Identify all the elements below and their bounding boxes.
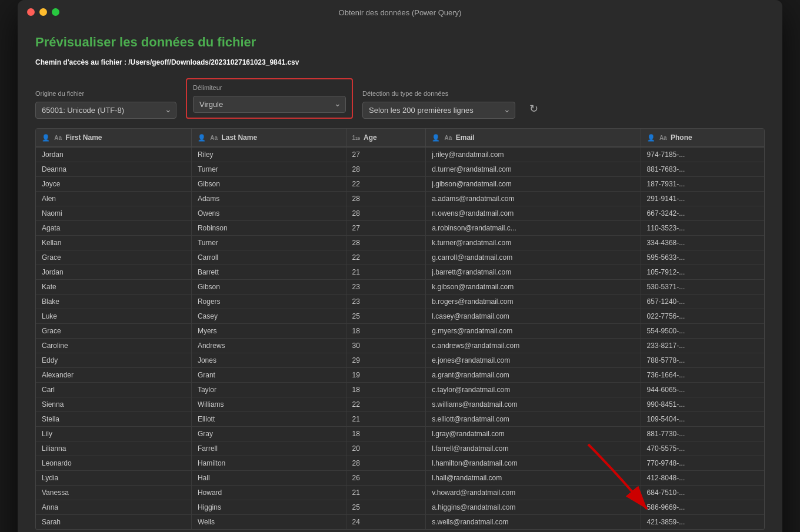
table-cell: a.robinson@randatmail.c... — [426, 221, 641, 236]
table-cell: 109-5404-... — [641, 412, 764, 427]
table-cell: Riley — [191, 147, 346, 162]
table-cell: s.williams@randatmail.com — [426, 397, 641, 412]
table-cell: 21 — [346, 486, 426, 500]
table-cell: j.barrett@randatmail.com — [426, 265, 641, 280]
table-cell: 22 — [346, 250, 426, 265]
table-cell: Farrell — [191, 441, 346, 456]
refresh-button[interactable]: ↻ — [525, 99, 543, 119]
controls-row: Origine du fichier 65001: Unicode (UTF-8… — [35, 78, 765, 119]
table-cell: e.jones@randatmail.com — [426, 353, 641, 368]
table-row: LukeCasey25l.casey@randatmail.com022-775… — [36, 309, 764, 324]
table-row: LiliannaFarrell20l.farrell@randatmail.co… — [36, 441, 764, 456]
table-row: KellanTurner28k.turner@randatmail.com334… — [36, 236, 764, 250]
table-cell: n.owens@randatmail.com — [426, 206, 641, 221]
table-cell: 22 — [346, 177, 426, 192]
table-cell: Leonardo — [36, 456, 191, 471]
table-cell: Deanna — [36, 162, 191, 177]
title-bar: Obtenir des données (Power Query) — [18, 0, 782, 23]
table-cell: Alexander — [36, 368, 191, 383]
table-cell: Rogers — [191, 295, 346, 309]
table-cell: 24 — [346, 515, 426, 530]
table-cell: Hamilton — [191, 456, 346, 471]
table-cell: 22 — [346, 397, 426, 412]
origin-select-wrapper: 65001: Unicode (UTF-8) 1252: Western Eur… — [35, 102, 176, 119]
table-cell: 18 — [346, 383, 426, 397]
person-icon: 👤 — [42, 134, 50, 142]
table-cell: 18 — [346, 324, 426, 339]
table-cell: 18 — [346, 427, 426, 441]
origin-select[interactable]: 65001: Unicode (UTF-8) 1252: Western Eur… — [35, 102, 176, 119]
detection-label: Détection du type de données — [362, 90, 515, 97]
table-cell: d.turner@randatmail.com — [426, 162, 641, 177]
table-cell: 990-8451-... — [641, 397, 764, 412]
table-cell: Anna — [36, 500, 191, 515]
table-cell: 470-5575-... — [641, 441, 764, 456]
table-scroll[interactable]: 👤 Aa First Name 👤 Aa Last Name 1₂₃ — [36, 129, 764, 530]
table-cell: l.gray@randatmail.com — [426, 427, 641, 441]
minimize-button[interactable] — [39, 8, 47, 16]
table-cell: Higgins — [191, 500, 346, 515]
table-row: AlexanderGrant19a.grant@randatmail.com73… — [36, 368, 764, 383]
table-cell: 022-7756-... — [641, 309, 764, 324]
col-header-phone: 👤 Aa Phone — [641, 129, 764, 147]
type-icon-lastname: Aa — [210, 135, 218, 141]
table-row: JordanBarrett21j.barrett@randatmail.com1… — [36, 265, 764, 280]
table-row: DeannaTurner28d.turner@randatmail.com881… — [36, 162, 764, 177]
table-cell: j.gibson@randatmail.com — [426, 177, 641, 192]
table-cell: Jordan — [36, 265, 191, 280]
table-row: StellaElliott21s.elliott@randatmail.com1… — [36, 412, 764, 427]
table-cell: a.grant@randatmail.com — [426, 368, 641, 383]
table-row: BlakeRogers23b.rogers@randatmail.com657-… — [36, 295, 764, 309]
detection-select[interactable]: Selon les 200 premières lignes Selon l'e… — [362, 102, 515, 119]
person-icon-3: 👤 — [432, 134, 440, 142]
table-cell: Gibson — [191, 280, 346, 295]
person-icon-4: 👤 — [647, 134, 655, 142]
table-cell: a.higgins@randatmail.com — [426, 500, 641, 515]
table-cell: Jordan — [36, 147, 191, 162]
table-cell: 881-7683-... — [641, 162, 764, 177]
table-cell: Myers — [191, 324, 346, 339]
table-cell: Robinson — [191, 221, 346, 236]
close-button[interactable] — [27, 8, 35, 16]
col-header-age: 1₂₃ Age — [346, 129, 426, 147]
table-cell: 233-8217-... — [641, 339, 764, 353]
delimiter-select[interactable]: Virgule Tabulation Point-virgule Espace — [193, 96, 346, 113]
table-cell: Eddy — [36, 353, 191, 368]
table-header-row: 👤 Aa First Name 👤 Aa Last Name 1₂₃ — [36, 129, 764, 147]
table-cell: 554-9500-... — [641, 324, 764, 339]
table-cell: 28 — [346, 456, 426, 471]
origin-label: Origine du fichier — [35, 90, 176, 97]
table-cell: 105-7912-... — [641, 265, 764, 280]
table-row: CarlTaylor18c.taylor@randatmail.com944-6… — [36, 383, 764, 397]
table-row: KateGibson23k.gibson@randatmail.com530-5… — [36, 280, 764, 295]
table-row: GraceMyers18g.myers@randatmail.com554-95… — [36, 324, 764, 339]
type-icon-age: 1₂₃ — [352, 135, 361, 141]
col-header-lastname: 👤 Aa Last Name — [191, 129, 346, 147]
table-cell: 23 — [346, 295, 426, 309]
table-row: JoyceGibson22j.gibson@randatmail.com187-… — [36, 177, 764, 192]
file-path-value: /Users/geoff/Downloads/20231027161023_98… — [128, 58, 299, 66]
data-table-container: 👤 Aa First Name 👤 Aa Last Name 1₂₃ — [35, 128, 765, 530]
table-cell: Kellan — [36, 236, 191, 250]
table-cell: Stella — [36, 412, 191, 427]
type-icon-firstname: Aa — [54, 135, 62, 141]
table-cell: Grant — [191, 368, 346, 383]
maximize-button[interactable] — [52, 8, 59, 16]
table-cell: 421-3859-... — [641, 515, 764, 530]
table-cell: 110-3523-... — [641, 221, 764, 236]
table-row: VanessaHoward21v.howard@randatmail.com68… — [36, 486, 764, 500]
table-row: SarahWells24s.wells@randatmail.com421-38… — [36, 515, 764, 530]
table-cell: Turner — [191, 236, 346, 250]
table-cell: Grace — [36, 250, 191, 265]
table-cell: Agata — [36, 221, 191, 236]
table-row: AlenAdams28a.adams@randatmail.com291-914… — [36, 192, 764, 206]
delimiter-control: Délimiteur Virgule Tabulation Point-virg… — [186, 78, 353, 119]
table-cell: 27 — [346, 221, 426, 236]
data-table: 👤 Aa First Name 👤 Aa Last Name 1₂₃ — [36, 129, 764, 530]
table-cell: Blake — [36, 295, 191, 309]
table-row: EddyJones29e.jones@randatmail.com788-577… — [36, 353, 764, 368]
table-cell: l.hamilton@randatmail.com — [426, 456, 641, 471]
table-cell: c.taylor@randatmail.com — [426, 383, 641, 397]
table-cell: g.carroll@randatmail.com — [426, 250, 641, 265]
table-cell: Elliott — [191, 412, 346, 427]
